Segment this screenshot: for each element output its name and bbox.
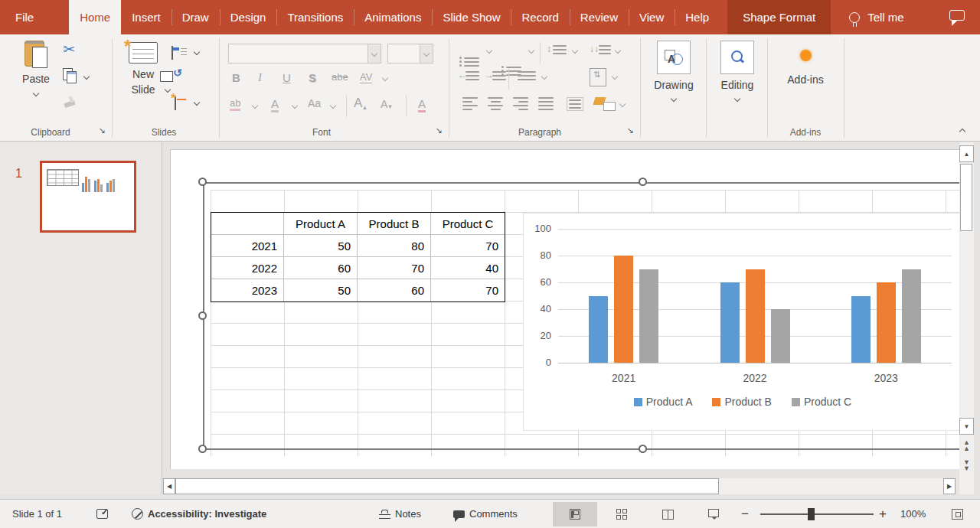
zoom-in-button[interactable]: + [879, 500, 887, 528]
tab-animations[interactable]: Animations [354, 0, 432, 34]
accessibility-button[interactable]: Accessibility: Investigate [132, 500, 266, 528]
worksheet-data-table[interactable]: Product AProduct BProduct C2021508070202… [211, 212, 505, 302]
legend-item-product-c[interactable]: Product C [792, 396, 851, 408]
underline-button[interactable]: U [283, 71, 291, 84]
tab-insert[interactable]: Insert [121, 0, 172, 34]
editing-button[interactable]: Editing [714, 41, 761, 101]
character-spacing-button[interactable]: AV [360, 71, 372, 83]
drawing-button[interactable]: A Drawing [649, 41, 698, 101]
smartart-chevron-icon[interactable] [619, 101, 626, 107]
decrease-indent-button[interactable] [466, 71, 479, 80]
horizontal-scroll-track[interactable] [719, 478, 943, 494]
align-text-chevron-icon[interactable] [612, 73, 618, 80]
clipboard-dialog-launcher[interactable]: ↘ [96, 125, 107, 135]
reading-view-button[interactable] [651, 502, 684, 526]
tab-draw[interactable]: Draw [172, 0, 220, 34]
font-size-chevron-icon[interactable] [420, 44, 433, 63]
bar-product-a-2022[interactable] [720, 282, 740, 363]
layout-chevron-icon[interactable] [194, 49, 200, 55]
tab-review[interactable]: Review [570, 0, 629, 34]
paragraph-dialog-launcher[interactable]: ↘ [625, 125, 635, 135]
slide-show-button[interactable] [697, 502, 730, 526]
increase-font-size-button[interactable]: A [354, 96, 367, 111]
paste-dropdown-chevron-icon[interactable] [33, 90, 39, 96]
next-slide-button[interactable]: ▼▼ [959, 459, 974, 477]
tell-me-label[interactable]: Tell me [867, 11, 904, 24]
legend-item-product-a[interactable]: Product A [634, 396, 693, 408]
numbering-chevron-icon[interactable] [528, 47, 534, 54]
addins-button[interactable]: Add-ins [776, 50, 835, 87]
text-shadow-button[interactable]: S [309, 71, 316, 84]
bar-product-b-2023[interactable] [877, 282, 896, 363]
increase-indent-button[interactable] [492, 71, 506, 80]
change-case-chevron-icon[interactable] [330, 103, 336, 109]
section-button[interactable] [175, 96, 176, 110]
tab-design[interactable]: Design [220, 0, 277, 34]
comments-button[interactable]: Comments [453, 500, 518, 528]
selection-handle-top-left[interactable] [198, 178, 207, 186]
add-columns-button[interactable] [518, 71, 536, 80]
normal-view-button[interactable] [553, 502, 597, 526]
spell-check-button[interactable] [96, 500, 108, 528]
highlight-button[interactable]: ab [230, 97, 240, 111]
bar-product-a-2021[interactable] [589, 296, 608, 363]
text-direction-chevron-icon[interactable] [615, 47, 621, 54]
vertical-scroll-thumb[interactable] [960, 164, 972, 231]
notes-button[interactable]: Notes [379, 500, 421, 528]
selection-handle-middle-left[interactable] [198, 311, 207, 320]
bar-product-c-2022[interactable] [771, 309, 790, 363]
cut-button[interactable]: ✂ [63, 42, 75, 57]
tab-file[interactable]: File [0, 0, 49, 34]
slide-sorter-button[interactable] [605, 502, 639, 526]
tab-view[interactable]: View [629, 0, 675, 34]
align-left-button[interactable] [462, 97, 478, 110]
font-name-chevron-icon[interactable] [368, 44, 381, 63]
selection-handle-bottom-center[interactable] [639, 445, 647, 453]
zoom-slider[interactable] [760, 513, 874, 515]
font-dialog-launcher[interactable]: ↘ [433, 125, 444, 135]
zoom-slider-handle[interactable] [808, 508, 815, 520]
font-size-combobox[interactable] [387, 44, 433, 64]
horizontal-scroll-thumb[interactable] [175, 478, 719, 494]
line-spacing-button[interactable] [553, 45, 567, 54]
justify-button[interactable] [538, 97, 554, 110]
distribute-text-button[interactable] [567, 97, 583, 111]
zoom-out-button[interactable]: − [741, 500, 749, 528]
fit-to-window-button[interactable] [952, 500, 963, 528]
scroll-left-button[interactable]: ◀ [163, 478, 175, 494]
comments-bubble-icon[interactable] [949, 10, 965, 21]
char-spacing-chevron-icon[interactable] [382, 75, 388, 81]
add-columns-chevron-icon[interactable] [541, 73, 547, 80]
highlight-chevron-icon[interactable] [252, 103, 258, 109]
tab-shape-format[interactable]: Shape Format [727, 0, 831, 34]
tab-record[interactable]: Record [511, 0, 569, 34]
zoom-level[interactable]: 100% [900, 500, 926, 528]
font-name-combobox[interactable] [228, 44, 381, 64]
decrease-font-size-button[interactable]: A [381, 98, 392, 110]
editing-chevron-icon[interactable] [734, 96, 740, 102]
tab-home[interactable]: Home [69, 0, 121, 34]
tab-help[interactable]: Help [675, 0, 720, 34]
new-slide-button[interactable]: New Slide [119, 42, 167, 98]
tell-me-area[interactable]: Tell me [849, 0, 904, 34]
paste-button[interactable]: Paste [12, 41, 60, 96]
line-spacing-chevron-icon[interactable] [572, 47, 578, 54]
bar-product-b-2021[interactable] [614, 256, 633, 363]
bar-product-c-2023[interactable] [902, 269, 921, 363]
embedded-bar-chart[interactable]: Product AProduct BProduct C 020406080100… [523, 213, 962, 431]
legend-item-product-b[interactable]: Product B [712, 396, 771, 408]
tab-slide-show[interactable]: Slide Show [432, 0, 511, 34]
change-case-button[interactable]: Aa [308, 97, 321, 109]
font-color-button[interactable]: A [271, 97, 279, 112]
previous-slide-button[interactable]: ▲▲ [959, 439, 974, 458]
align-right-button[interactable] [513, 97, 528, 110]
collapse-ribbon-chevron-icon[interactable] [959, 129, 965, 135]
tab-transitions[interactable]: Transitions [276, 0, 354, 34]
section-chevron-icon[interactable] [194, 99, 200, 106]
scroll-right-button[interactable]: ▶ [943, 478, 956, 494]
bullets-chevron-icon[interactable] [486, 47, 492, 54]
scroll-down-button[interactable]: ▼ [959, 418, 974, 435]
italic-button[interactable]: I [258, 71, 262, 84]
copy-dropdown-chevron-icon[interactable] [83, 73, 90, 80]
selection-handle-bottom-left[interactable] [198, 445, 207, 453]
